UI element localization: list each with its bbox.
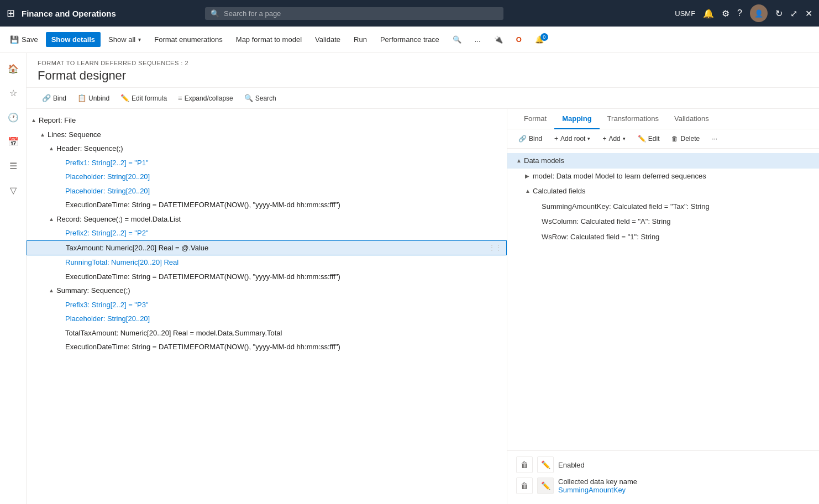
drag-handle-icon: ⋮⋮ [489,243,502,253]
datasource-item[interactable]: ▲Calculated fields [507,183,819,199]
performance-trace-button[interactable]: Performance trace [375,32,445,47]
tree-item-text: ExecutionDateTime: String = DATETIMEFORM… [65,271,340,282]
unbind-button[interactable]: 📋 Unbind [73,91,114,105]
collected-edit-button[interactable]: ✏️ [537,477,554,494]
close-icon[interactable]: ✕ [805,8,812,19]
right-tab-mapping[interactable]: Mapping [554,109,599,129]
edit-formula-button[interactable]: ✏️ Edit formula [116,91,171,105]
right-delete-button[interactable]: 🗑 Delete [667,133,704,145]
tree-item[interactable]: Prefix1: String[2..2] = "P1" [27,156,507,170]
datasource-item-text: WsColumn: Calculated field = "A": String [542,216,671,227]
datasource-item[interactable]: ▲Data models [507,153,819,169]
office-button[interactable]: O [511,32,527,47]
datasource-item[interactable]: ▶model: Data model Model to learn deferr… [507,169,819,184]
enabled-delete-button[interactable]: 🗑 [516,456,533,473]
tree-toggle-icon[interactable]: ▲ [49,286,56,295]
tree-toggle-icon[interactable]: ▲ [49,215,56,223]
search-cmd-button[interactable]: 🔍 [447,32,467,47]
search-tree-button[interactable]: 🔍 Search [240,91,281,105]
validate-button[interactable]: Validate [309,32,346,47]
unbind-icon: 📋 [77,94,86,102]
map-format-to-model-button[interactable]: Map format to model [230,32,307,47]
office-icon: O [516,35,522,44]
plugin-button[interactable]: 🔌 [489,32,508,47]
refresh-icon[interactable]: ↻ [775,8,783,19]
datasource-item-text: Calculated fields [533,186,585,197]
tree-item-text: Placeholder: String[20..20] [65,171,150,182]
tree-toggle-icon[interactable]: ▲ [31,116,39,124]
ds-toggle-icon[interactable]: ▲ [525,187,533,195]
run-button[interactable]: Run [348,32,372,47]
tree-item[interactable]: Placeholder: String[20..20] [27,170,507,184]
tree-item[interactable]: Prefix2: String[2..2] = "P2" [27,226,507,240]
tree-item-text: Record: Sequence(;) = model.Data.List [56,214,181,225]
tree-item[interactable]: Placeholder: String[20..20] [27,312,507,326]
notifications-icon[interactable]: 🔔 [703,8,714,19]
right-tab-transformations[interactable]: Transformations [600,109,666,129]
sidebar-filter-icon[interactable]: ▽ [2,179,24,201]
datasource-item[interactable]: WsRow: Calculated field = "1": String [507,229,819,245]
sidebar-workspaces-icon[interactable]: 📅 [2,130,24,153]
right-tab-validations[interactable]: Validations [666,109,717,129]
tree-item[interactable]: RunningTotal: Numeric[20..20] Real [27,255,507,270]
global-search-bar[interactable]: 🔍 [205,7,503,20]
tree-item[interactable]: ▲Header: Sequence(;) [27,141,507,156]
tree-item[interactable]: ExecutionDateTime: String = DATETIMEFORM… [27,270,507,284]
settings-icon[interactable]: ⚙ [722,8,729,19]
tree-item[interactable]: ▲Lines: Sequence [27,128,507,142]
right-edit-button[interactable]: ✏️ Edit [633,133,664,145]
tree-item[interactable]: ExecutionDateTime: String = DATETIMEFORM… [27,340,507,354]
right-bind-button[interactable]: 🔗 Bind [514,133,547,145]
save-icon: 💾 [10,35,19,44]
plugin-icon: 🔌 [494,35,503,44]
tree-panel: ▲Report: File▲Lines: Sequence▲Header: Se… [27,109,507,504]
left-sidebar: 🏠 ☆ 🕐 📅 ☰ ▽ [0,53,27,504]
expand-collapse-button[interactable]: ≡ Expand/collapse [174,91,238,105]
help-icon[interactable]: ? [737,8,742,18]
collected-delete-button[interactable]: 🗑 [516,477,533,494]
more-options-button[interactable]: ... [469,32,486,47]
sidebar-favorites-icon[interactable]: ☆ [2,82,24,104]
tree-item[interactable]: Placeholder: String[20..20] [27,184,507,198]
datasource-item-text: SummingAmountKey: Calculated field = "Ta… [542,201,710,212]
edit-formula-icon: ✏️ [120,94,129,102]
tree-item[interactable]: ▲Record: Sequence(;) = model.Data.List [27,212,507,227]
main-layout: 🏠 ☆ 🕐 📅 ☰ ▽ FORMAT TO LEARN DEFERRED SEQ… [0,53,819,504]
bind-button[interactable]: 🔗 Bind [38,91,71,105]
sidebar-recent-icon[interactable]: 🕐 [2,106,24,128]
tree-item[interactable]: TaxAmount: Numeric[20..20] Real = @.Valu… [27,240,507,256]
ds-toggle-icon[interactable]: ▲ [516,156,524,165]
tree-item[interactable]: TotalTaxAmount: Numeric[20..20] Real = m… [27,326,507,340]
right-more-button[interactable]: ··· [707,133,722,145]
add-button[interactable]: + Add ▾ [598,133,629,145]
tree-item[interactable]: ▲Summary: Sequence(;) [27,284,507,298]
save-button[interactable]: 💾 Save [4,32,44,47]
sidebar-modules-icon[interactable]: ☰ [2,155,24,177]
tree-item-text: Placeholder: String[20..20] [65,313,150,324]
right-bind-icon: 🔗 [518,135,527,143]
format-enumerations-button[interactable]: Format enumerations [149,32,228,47]
datasource-item[interactable]: WsColumn: Calculated field = "A": String [507,214,819,229]
tree-item-text: Placeholder: String[20..20] [65,186,150,197]
tree-toggle-icon[interactable]: ▲ [49,144,56,153]
tree-item[interactable]: ▲Report: File [27,113,507,128]
app-grid-icon[interactable]: ⊞ [7,7,15,19]
tree-item[interactable]: ExecutionDateTime: String = DATETIMEFORM… [27,198,507,212]
expand-icon[interactable]: ⤢ [790,8,797,19]
tree-item[interactable]: Prefix3: String[2..2] = "P3" [27,298,507,312]
page-header: FORMAT TO LEARN DEFERRED SEQUENCES : 2 F… [27,53,819,88]
ds-toggle-icon[interactable]: ▶ [525,172,533,180]
enabled-edit-button[interactable]: ✏️ [537,456,554,473]
add-root-button[interactable]: + Add root ▾ [550,133,595,145]
tree-toggle-icon[interactable]: ▲ [40,130,48,139]
sidebar-home-icon[interactable]: 🏠 [2,57,24,80]
expand-collapse-icon: ≡ [178,94,182,102]
top-navigation: ⊞ Finance and Operations 🔍 USMF 🔔 ⚙ ? 👤 … [0,0,819,27]
show-all-button[interactable]: Show all ▾ [103,32,146,47]
datasource-item[interactable]: SummingAmountKey: Calculated field = "Ta… [507,199,819,214]
global-search-input[interactable] [224,9,498,18]
avatar[interactable]: 👤 [750,4,768,22]
tree-item-text: Prefix2: String[2..2] = "P2" [65,228,149,239]
show-details-button[interactable]: Show details [46,32,101,47]
right-tab-format[interactable]: Format [516,109,554,129]
